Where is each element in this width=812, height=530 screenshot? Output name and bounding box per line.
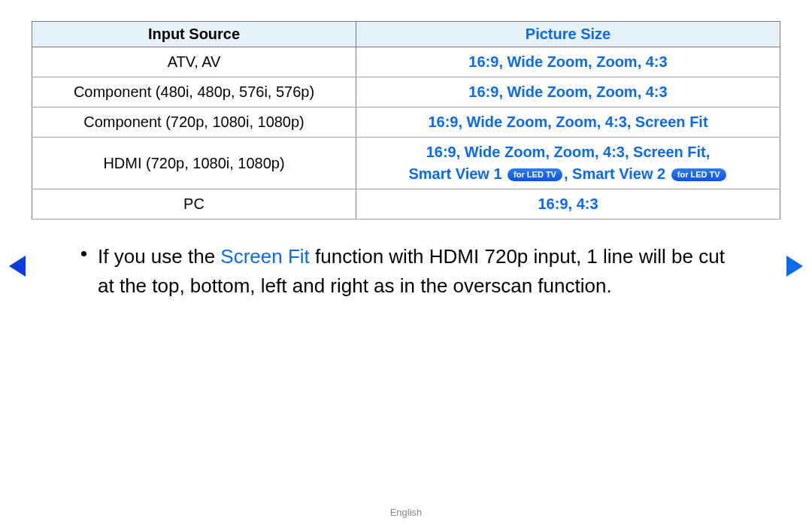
sep: , <box>564 165 572 182</box>
cell-source: HDMI (720p, 1080i, 1080p) <box>32 138 356 189</box>
table-row: HDMI (720p, 1080i, 1080p) 16:9, Wide Zoo… <box>32 138 780 189</box>
cell-picture: 16:9, Wide Zoom, Zoom, 4:3 <box>356 47 780 77</box>
cell-picture: 16:9, Wide Zoom, Zoom, 4:3 <box>356 77 780 108</box>
cell-source: Component (720p, 1080i, 1080p) <box>32 108 356 138</box>
cell-source: ATV, AV <box>32 47 356 77</box>
table-row: PC 16:9, 4:3 <box>32 189 780 220</box>
cell-source: Component (480i, 480p, 576i, 576p) <box>32 77 356 108</box>
cell-picture: 16:9, 4:3 <box>356 189 780 220</box>
cell-picture: 16:9, Wide Zoom, Zoom, 4:3, Screen Fit <box>356 108 780 138</box>
table-row: Component (480i, 480p, 576i, 576p) 16:9,… <box>32 77 780 108</box>
table-row: Component (720p, 1080i, 1080p) 16:9, Wid… <box>32 108 780 138</box>
header-input-source: Input Source <box>32 22 356 47</box>
bullet-note: If you use the Screen Fit function with … <box>98 242 726 301</box>
smart-view-2: Smart View 2 <box>572 165 665 182</box>
prev-page-arrow-icon[interactable] <box>9 256 26 277</box>
table-row: ATV, AV 16:9, Wide Zoom, Zoom, 4:3 <box>32 47 780 77</box>
cell-picture: 16:9, Wide Zoom, Zoom, 4:3, Screen Fit, … <box>356 138 780 189</box>
next-page-arrow-icon[interactable] <box>786 256 803 277</box>
led-tv-badge-icon: for LED TV <box>671 168 726 181</box>
header-picture-size: Picture Size <box>356 22 780 47</box>
picture-size-table: Input Source Picture Size ATV, AV 16:9, … <box>32 21 780 220</box>
bullet-highlight: Screen Fit <box>220 245 310 268</box>
smart-view-1: Smart View 1 <box>408 165 501 182</box>
cell-source: PC <box>32 189 356 220</box>
bullet-dot-icon <box>81 251 86 256</box>
led-tv-badge-icon: for LED TV <box>508 168 562 181</box>
bullet-text-pre: If you use the <box>98 245 220 268</box>
footer-language: English <box>0 507 812 518</box>
picture-line1: 16:9, Wide Zoom, Zoom, 4:3, Screen Fit, <box>426 144 710 160</box>
